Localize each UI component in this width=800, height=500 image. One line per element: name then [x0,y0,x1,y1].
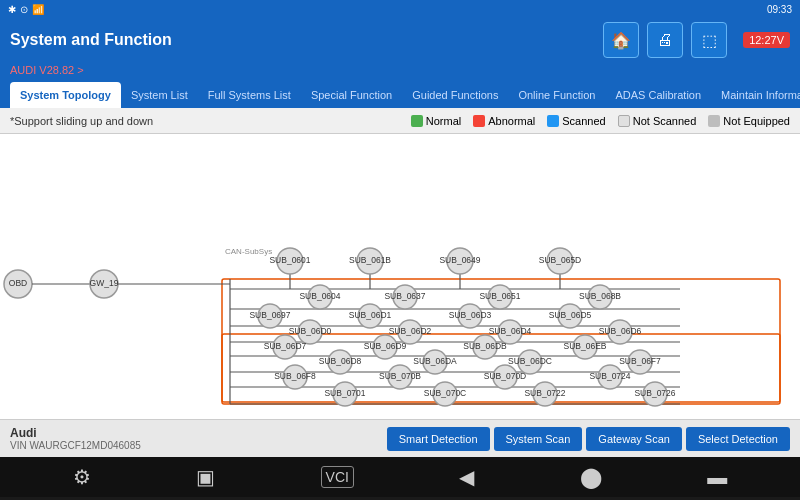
svg-text:SUB_06D4: SUB_06D4 [489,326,532,336]
svg-text:SUB_0637: SUB_0637 [384,291,425,301]
svg-text:SUB_061B: SUB_061B [349,255,391,265]
audi-version-text: AUDI V28.82 > [10,64,84,76]
svg-text:SUB_0724: SUB_0724 [589,371,630,381]
audi-version-bar: AUDI V28.82 > [0,62,800,78]
header-icons: 🏠 🖨 ⬚ 12:27V [603,22,790,58]
tab-system-topology[interactable]: System Topology [10,82,121,108]
svg-text:SUB_06DA: SUB_06DA [413,356,457,366]
svg-text:GW_19: GW_19 [90,278,119,288]
slide-note: *Support sliding up and down [10,115,399,127]
back-icon[interactable]: ◀ [459,465,474,489]
tab-adas-calibration[interactable]: ADAS Calibration [605,82,711,108]
time-display: 12:27V [743,32,790,48]
not-equipped-label: Not Equipped [723,115,790,127]
svg-text:SUB_06D9: SUB_06D9 [364,341,407,351]
svg-text:SUB_065D: SUB_065D [539,255,582,265]
system-scan-button[interactable]: System Scan [494,427,583,451]
svg-text:SUB_06D2: SUB_06D2 [389,326,432,336]
status-time: 09:33 [767,4,792,15]
tab-full-systems-list[interactable]: Full Systems List [198,82,301,108]
svg-text:SUB_06D1: SUB_06D1 [349,310,392,320]
legend-abnormal: Abnormal [473,115,535,127]
vci-icon[interactable]: VCI [321,466,354,488]
svg-text:SUB_06D5: SUB_06D5 [549,310,592,320]
select-detection-button[interactable]: Select Detection [686,427,790,451]
svg-text:OBD: OBD [9,278,27,288]
svg-text:SUB_0604: SUB_0604 [299,291,340,301]
tab-bar: System Topology System List Full Systems… [0,78,800,108]
svg-text:SUB_0601: SUB_0601 [269,255,310,265]
legend-bar: *Support sliding up and down Normal Abno… [0,108,800,134]
legend-not-equipped: Not Equipped [708,115,790,127]
svg-text:SUB_0722: SUB_0722 [524,388,565,398]
status-left-icons: ✱ ⊙ 📶 [8,4,44,15]
abnormal-color-dot [473,115,485,127]
vehicle-info: Audi VIN WAURGCF12MD046085 [10,426,379,451]
svg-text:SUB_06D6: SUB_06D6 [599,326,642,336]
scanned-label: Scanned [562,115,605,127]
recents-icon[interactable]: ▬ [707,466,727,489]
bt-icon: ✱ [8,4,16,15]
svg-text:CAN-SubSys: CAN-SubSys [225,247,272,256]
status-bar: ✱ ⊙ 📶 09:33 [0,0,800,18]
svg-text:SUB_06DB: SUB_06DB [463,341,507,351]
normal-color-dot [411,115,423,127]
abnormal-label: Abnormal [488,115,535,127]
not-scanned-dot [618,115,630,127]
scanned-color-dot [547,115,559,127]
legend-scanned: Scanned [547,115,605,127]
svg-text:SUB_06F8: SUB_06F8 [274,371,316,381]
svg-text:SUB_06DC: SUB_06DC [508,356,552,366]
home-nav-icon[interactable]: ⬤ [580,465,602,489]
home-button[interactable]: 🏠 [603,22,639,58]
svg-text:SUB_06D8: SUB_06D8 [319,356,362,366]
svg-text:SUB_06D0: SUB_06D0 [289,326,332,336]
tab-special-function[interactable]: Special Function [301,82,402,108]
vehicle-vin: VIN WAURGCF12MD046085 [10,440,379,451]
app-title: System and Function [10,31,603,49]
svg-text:SUB_070D: SUB_070D [484,371,527,381]
svg-text:SUB_070B: SUB_070B [379,371,421,381]
bottom-bar: Audi VIN WAURGCF12MD046085 Smart Detecti… [0,419,800,457]
scan-icon[interactable]: ▣ [196,465,215,489]
svg-text:SUB_0649: SUB_0649 [439,255,480,265]
wifi-icon: ⊙ [20,4,28,15]
legend-normal: Normal [411,115,461,127]
android-nav-bar: ⚙ ▣ VCI ◀ ⬤ ▬ [0,457,800,497]
smart-detection-button[interactable]: Smart Detection [387,427,490,451]
not-scanned-label: Not Scanned [633,115,697,127]
tab-maintain-information[interactable]: Maintain Information [711,82,800,108]
header: System and Function 🏠 🖨 ⬚ 12:27V [0,18,800,62]
svg-text:SUB_068B: SUB_068B [579,291,621,301]
svg-text:SUB_0651: SUB_0651 [479,291,520,301]
tab-system-list[interactable]: System List [121,82,198,108]
settings-icon[interactable]: ⚙ [73,465,91,489]
tab-guided-functions[interactable]: Guided Functions [402,82,508,108]
topology-svg: OBD GW_19 CAN-SubSys SUB_0601 SUB_061B S… [0,134,800,419]
exit-button[interactable]: ⬚ [691,22,727,58]
svg-text:SUB_0697: SUB_0697 [249,310,290,320]
not-equipped-dot [708,115,720,127]
svg-text:SUB_070C: SUB_070C [424,388,467,398]
svg-text:SUB_0726: SUB_0726 [634,388,675,398]
svg-text:SUB_06EB: SUB_06EB [564,341,607,351]
action-buttons: Smart Detection System Scan Gateway Scan… [387,427,790,451]
print-button[interactable]: 🖨 [647,22,683,58]
signal-icon: 📶 [32,4,44,15]
vehicle-brand: Audi [10,426,379,440]
tab-online-function[interactable]: Online Function [508,82,605,108]
svg-text:SUB_06F7: SUB_06F7 [619,356,661,366]
svg-text:SUB_06D7: SUB_06D7 [264,341,307,351]
legend-not-scanned: Not Scanned [618,115,697,127]
normal-label: Normal [426,115,461,127]
topology-area: OBD GW_19 CAN-SubSys SUB_0601 SUB_061B S… [0,134,800,419]
svg-text:SUB_06D3: SUB_06D3 [449,310,492,320]
svg-text:SUB_0701: SUB_0701 [324,388,365,398]
gateway-scan-button[interactable]: Gateway Scan [586,427,682,451]
